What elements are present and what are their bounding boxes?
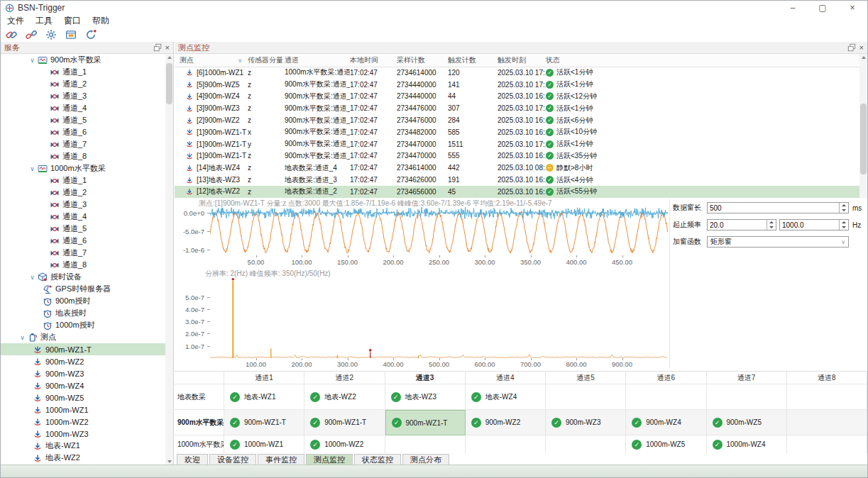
tree-item[interactable]: 1000m-WZ1 [1, 404, 165, 416]
scroll-up-icon[interactable] [859, 54, 867, 62]
channel-cell[interactable] [787, 410, 867, 435]
refresh-button[interactable] [84, 28, 97, 41]
channel-cell[interactable]: ✓地表-WZ3 [385, 384, 466, 410]
window-function-select[interactable]: 矩形窗∨ [707, 236, 849, 248]
tree-item[interactable]: 通道_5 [1, 223, 165, 235]
table-row[interactable]: [2]900m-WZ2z900m水平数采:通道_417:02:472734476… [175, 114, 859, 126]
float-panel-icon[interactable] [153, 43, 162, 52]
tree-item[interactable]: 通道_4 [1, 102, 165, 114]
channel-cell[interactable] [787, 435, 867, 454]
channel-cell[interactable]: ✓900m-WZ1-T [385, 410, 466, 435]
tree-item[interactable]: 1000m-WZ3 [1, 428, 165, 440]
connect-button[interactable] [5, 28, 18, 41]
channel-cell[interactable]: ✓900m-WZ1-T [304, 410, 385, 435]
tree-item[interactable]: 通道_2 [1, 187, 165, 199]
disconnect-button[interactable] [25, 28, 38, 41]
column-header[interactable]: 传感器分量 [248, 54, 285, 67]
maximize-button[interactable]: ▢ [808, 1, 837, 15]
chevron-down-icon[interactable]: ∨ [28, 274, 37, 281]
channel-cell[interactable]: ✓地表-WZ4 [466, 384, 546, 410]
channel-cell[interactable] [385, 435, 466, 454]
tree-item[interactable]: 地表-WZ2 [1, 452, 165, 464]
tree-item[interactable]: 地表-WZ1 [1, 440, 165, 452]
tree-item[interactable]: 900m-WZ3 [1, 367, 165, 379]
settings-button[interactable] [45, 28, 57, 41]
minimize-button[interactable]: – [778, 1, 808, 15]
tree-item[interactable]: 地表授时 [1, 307, 165, 319]
tree-item[interactable]: 通道_4 [1, 211, 165, 223]
tree-item[interactable]: 通道_7 [1, 247, 165, 259]
table-row[interactable]: [3]900m-WZ3z900m水平数采:通道_517:02:472734476… [175, 102, 859, 114]
column-header[interactable]: 通道 [285, 54, 350, 67]
float-panel-icon[interactable] [847, 43, 856, 52]
channel-cell[interactable]: ✓地表-WZ2 [304, 384, 385, 410]
tree-item[interactable]: 1000m-WZ2 [1, 416, 165, 428]
channel-cell[interactable]: ✓地表-WZ1 [224, 384, 304, 410]
tree-item[interactable]: 900m-WZ2 [1, 355, 165, 367]
scrollbar-thumb[interactable] [860, 104, 867, 174]
app-window-button[interactable] [65, 28, 77, 41]
window-length-input[interactable] [708, 203, 839, 213]
menu-file[interactable]: 文件 [7, 15, 24, 27]
channel-cell[interactable]: ✓1000m-WZ5 [626, 435, 706, 454]
scrollbar-thumb[interactable] [166, 63, 172, 104]
chevron-down-icon[interactable]: ∨ [28, 165, 37, 172]
scroll-up-icon[interactable] [165, 54, 173, 62]
channel-cell[interactable]: ✓900m-WZ5 [707, 410, 787, 435]
tree-item[interactable]: 通道_3 [1, 199, 165, 211]
channel-cell[interactable]: ✓1000m-WZ2 [304, 435, 385, 454]
tree-item[interactable]: 通道_8 [1, 150, 165, 162]
channel-cell[interactable]: ✓1000m-WZ1 [224, 435, 304, 454]
tree-item[interactable]: 1000m授时 [1, 319, 165, 331]
spinner-buttons[interactable] [839, 220, 848, 230]
tree-item[interactable]: 900m-WZ5 [1, 391, 165, 404]
freq-to-input[interactable] [780, 220, 839, 230]
column-header[interactable]: 触发时刻 [498, 54, 546, 67]
channel-cell[interactable] [787, 384, 867, 410]
channel-cell[interactable]: ✓900m-WZ1-T [224, 410, 304, 435]
close-panel-icon[interactable]: × [859, 44, 864, 52]
column-header[interactable]: 测点∨ [175, 54, 248, 67]
spinner-buttons[interactable] [839, 203, 848, 213]
tree-item[interactable]: ∨900m水平数采 [1, 54, 165, 66]
tree-item[interactable]: 通道_2 [1, 78, 165, 90]
channel-cell[interactable] [626, 384, 706, 410]
tree-item[interactable]: 通道_6 [1, 235, 165, 247]
tree-item[interactable]: 通道_6 [1, 126, 165, 138]
tree-item[interactable]: 通道_3 [1, 90, 165, 102]
tree-item[interactable]: 900m授时 [1, 295, 165, 307]
channel-cell[interactable]: ✓900m-WZ4 [626, 410, 706, 435]
column-header[interactable]: 采样计数 [397, 54, 448, 67]
channel-cell[interactable]: ✓900m-WZ2 [466, 410, 546, 435]
tree-scrollbar[interactable] [165, 54, 173, 465]
table-row[interactable]: [6]1000m-WZ1z1000m水平数采:通道_117:02:4727346… [175, 67, 859, 79]
menu-tools[interactable]: 工具 [35, 15, 53, 27]
tree-item[interactable]: 通道_5 [1, 114, 165, 126]
channel-cell[interactable] [546, 384, 626, 410]
table-row[interactable]: [1]900m-WZ1-Ty900m水平数采:通道_217:02:4727344… [175, 138, 859, 150]
tree-item[interactable]: ∨授时设备 [1, 271, 165, 283]
tree-item[interactable]: 900m-WZ4 [1, 379, 165, 391]
column-header[interactable]: 状态 [546, 54, 859, 67]
menu-window[interactable]: 窗口 [64, 15, 81, 27]
tree-item[interactable]: 通道_8 [1, 259, 165, 271]
channel-cell[interactable] [546, 435, 626, 454]
close-panel-icon[interactable]: × [165, 44, 170, 52]
column-header[interactable]: 本地时间 [350, 54, 397, 67]
table-row[interactable]: [12]地表-WZ2z地表数采:通道_217:02:47273465600045… [175, 186, 859, 198]
tree-item[interactable]: GPS时钟服务器 [1, 283, 165, 295]
column-header[interactable]: 触发计数 [448, 54, 498, 67]
table-scrollbar[interactable] [859, 54, 867, 198]
tree-item[interactable]: 通道_1 [1, 66, 165, 78]
spinner-buttons[interactable] [767, 220, 776, 230]
channel-cell[interactable]: ✓900m-WZ3 [546, 410, 626, 435]
tree-item[interactable]: ∨测点 [1, 331, 165, 343]
table-row[interactable]: [13]地表-WZ3z地表数采:通道_317:02:47273462600019… [175, 174, 859, 186]
tree-item[interactable]: 900m-WZ1-T [1, 343, 165, 355]
channel-cell[interactable] [707, 384, 787, 410]
channel-cell[interactable] [466, 435, 546, 454]
close-button[interactable]: × [837, 1, 867, 15]
chevron-down-icon[interactable]: ∨ [18, 334, 27, 341]
table-row[interactable]: [1]900m-WZ1-Tx900m水平数采:通道_117:02:4727344… [175, 126, 859, 138]
menu-help[interactable]: 帮助 [92, 15, 109, 27]
